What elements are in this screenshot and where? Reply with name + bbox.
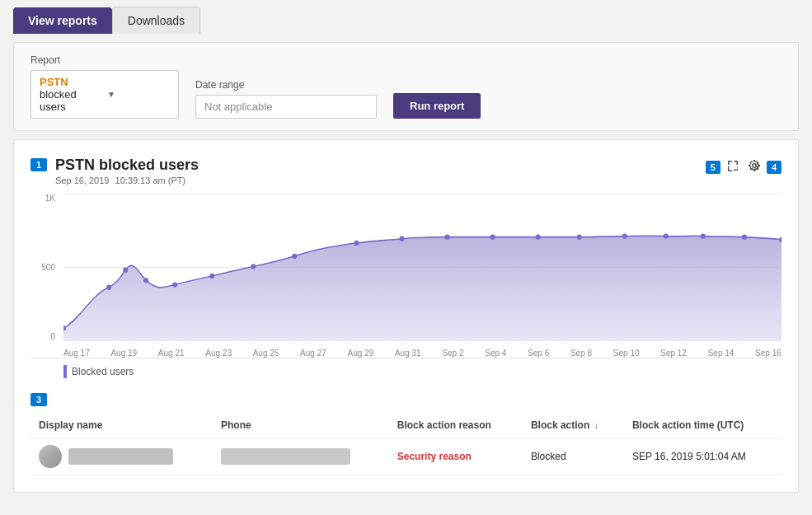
- svg-point-8: [251, 264, 256, 269]
- report-date: Sep 16, 2019: [55, 176, 109, 185]
- chart-svg: [63, 194, 781, 341]
- cell-block-action-reason: Security reason: [389, 438, 523, 475]
- report-select-prefix: PSTN: [40, 76, 68, 88]
- col-phone: Phone: [213, 413, 389, 438]
- svg-point-11: [399, 236, 404, 241]
- block-reason-text: Security reason: [397, 451, 472, 462]
- tab-downloads[interactable]: Downloads: [112, 7, 200, 34]
- chart-y-labels: 1K 500 0: [31, 194, 55, 358]
- report-header: 1 PSTN blocked users Sep 16, 2019 10:39:…: [31, 157, 781, 185]
- cell-phone: [213, 438, 389, 475]
- cell-block-action-time: SEP 16, 2019 5:01:04 AM: [624, 438, 781, 475]
- svg-point-10: [354, 241, 359, 246]
- chart-legend: Blocked users: [63, 365, 781, 378]
- expand-icon[interactable]: [724, 157, 742, 177]
- chevron-down-icon: ▼: [107, 90, 170, 99]
- x-label-sep16: Sep 16: [755, 349, 781, 358]
- x-label-sep14: Sep 14: [708, 349, 735, 358]
- x-label-aug25: Aug 25: [253, 349, 279, 358]
- x-label-sep10: Sep 10: [613, 349, 640, 358]
- gear-icon[interactable]: [745, 157, 763, 177]
- blurred-name: [68, 448, 173, 465]
- x-label-sep12: Sep 12: [660, 349, 687, 358]
- table-header-row: Display name Phone Block action reason B…: [31, 413, 781, 438]
- x-label-sep8: Sep 8: [570, 349, 592, 358]
- svg-point-9: [292, 254, 297, 259]
- col-block-action[interactable]: Block action ↓: [523, 413, 624, 438]
- svg-point-17: [664, 233, 669, 238]
- table-section-header: 3: [31, 391, 781, 406]
- filter-row: Report PSTN blocked users ▼ Date range N…: [31, 54, 781, 119]
- svg-point-15: [577, 234, 582, 239]
- report-select-suffix: blocked users: [40, 88, 77, 113]
- report-select-value: PSTN blocked users: [40, 76, 102, 113]
- svg-point-7: [209, 274, 214, 279]
- chart-x-labels: Aug 17 Aug 19 Aug 21 Aug 23 Aug 25 Aug 2…: [63, 349, 781, 358]
- blurred-phone: [221, 448, 350, 465]
- legend-label-blocked-users: Blocked users: [72, 366, 134, 377]
- avatar: [39, 445, 62, 468]
- svg-point-6: [172, 282, 177, 287]
- tab-bar: View reports Downloads: [0, 0, 812, 34]
- y-label-1k: 1K: [31, 194, 55, 203]
- svg-point-5: [143, 278, 148, 283]
- x-label-sep2: Sep 2: [442, 349, 463, 358]
- cell-block-action: Blocked: [523, 438, 624, 475]
- col-block-action-reason: Block action reason: [389, 413, 523, 438]
- report-select[interactable]: PSTN blocked users ▼: [31, 70, 179, 119]
- data-table: Display name Phone Block action reason B…: [31, 413, 781, 475]
- x-label-sep6: Sep 6: [528, 349, 549, 358]
- filter-bar: Report PSTN blocked users ▼ Date range N…: [13, 42, 799, 131]
- svg-point-12: [445, 234, 450, 239]
- x-label-aug23: Aug 23: [205, 349, 232, 358]
- report-actions: 5 4: [706, 157, 781, 177]
- svg-point-18: [701, 233, 706, 238]
- report-title: PSTN blocked users: [55, 157, 199, 174]
- date-range-filter-group: Date range Not applicable: [195, 79, 377, 119]
- svg-point-19: [742, 234, 747, 239]
- x-label-aug29: Aug 29: [348, 349, 374, 358]
- report-card: 1 PSTN blocked users Sep 16, 2019 10:39:…: [13, 139, 799, 493]
- sort-icon: ↓: [594, 421, 598, 430]
- table-row: Security reason Blocked SEP 16, 2019 5:0…: [31, 438, 781, 475]
- legend-bar-blocked-users: [63, 365, 67, 378]
- report-title-text-block: PSTN blocked users Sep 16, 2019 10:39:13…: [55, 157, 199, 185]
- run-report-button[interactable]: Run report: [393, 93, 481, 119]
- cell-display-name: [31, 438, 213, 475]
- report-subtitle: Sep 16, 2019 10:39:13 am (PT): [55, 176, 199, 185]
- svg-point-13: [490, 234, 495, 239]
- date-range-input[interactable]: Not applicable: [195, 95, 377, 119]
- badge-4[interactable]: 4: [767, 161, 781, 174]
- col-block-action-time: Block action time (UTC): [624, 413, 781, 438]
- badge-1: 1: [31, 158, 47, 171]
- x-label-aug21: Aug 21: [158, 349, 185, 358]
- chart-area: 1K 500 0: [31, 194, 781, 358]
- col-display-name: Display name: [31, 413, 213, 438]
- x-label-aug27: Aug 27: [300, 349, 326, 358]
- date-range-label: Date range: [195, 79, 377, 91]
- date-range-placeholder: Not applicable: [204, 101, 272, 113]
- report-time: 10:39:13 am (PT): [115, 176, 186, 185]
- badge-3: 3: [31, 393, 47, 406]
- svg-point-4: [123, 268, 128, 273]
- report-title-block: 1 PSTN blocked users Sep 16, 2019 10:39:…: [31, 157, 199, 185]
- badge-5[interactable]: 5: [706, 161, 720, 174]
- y-label-500: 500: [31, 263, 55, 272]
- svg-point-14: [536, 234, 541, 239]
- x-label-aug17: Aug 17: [63, 349, 90, 358]
- report-label: Report: [31, 54, 179, 66]
- report-filter-group: Report PSTN blocked users ▼: [31, 54, 179, 119]
- y-label-0: 0: [31, 332, 55, 341]
- svg-point-16: [622, 233, 627, 238]
- x-label-sep4: Sep 4: [485, 349, 506, 358]
- tab-view-reports[interactable]: View reports: [13, 7, 112, 34]
- svg-point-3: [106, 285, 111, 290]
- x-label-aug31: Aug 31: [395, 349, 421, 358]
- x-label-aug19: Aug 19: [110, 349, 137, 358]
